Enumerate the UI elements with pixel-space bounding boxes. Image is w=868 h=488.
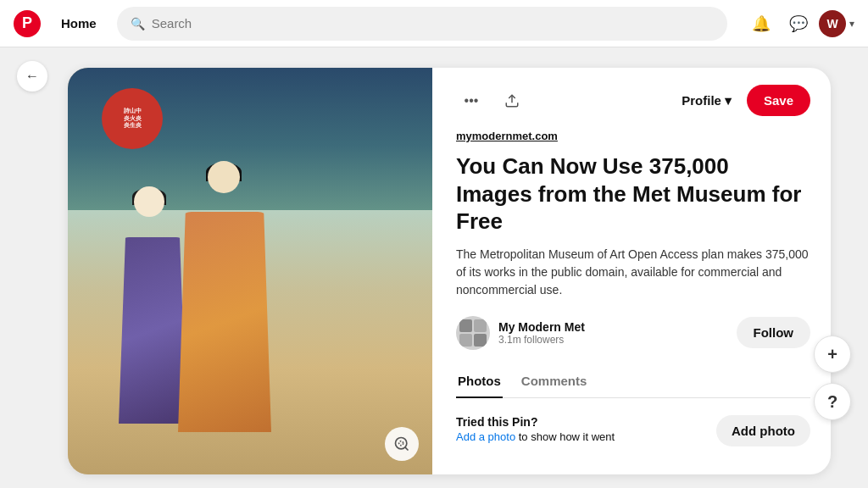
red-circle-emblem: 詩山中炎火炎炎生炎 (102, 88, 163, 149)
follow-button[interactable]: Follow (737, 317, 811, 348)
tried-section: Tried this Pin? Add a photo Add a photo … (456, 415, 810, 446)
user-avatar[interactable]: W (819, 10, 846, 37)
tab-photos[interactable]: Photos (456, 367, 503, 398)
svg-line-2 (405, 447, 409, 451)
nav-icons: 🔔 💬 W ▾ (744, 7, 854, 41)
profile-dropdown-button[interactable]: Profile ▾ (673, 88, 740, 114)
user-menu-chevron[interactable]: ▾ (849, 18, 854, 30)
figure1-head (134, 186, 164, 217)
floating-plus-button[interactable]: + (814, 336, 851, 373)
profile-label: Profile (682, 93, 721, 108)
search-icon: 🔍 (131, 17, 145, 30)
author-info: My Modern Met 3.1m followers (456, 316, 585, 350)
pin-title: You Can Now Use 375,000 Images from the … (456, 152, 810, 236)
svg-point-1 (399, 441, 403, 446)
pin-detail-panel: ••• Profile ▾ Save (432, 68, 831, 474)
floating-help-button[interactable]: ? (814, 383, 851, 420)
tried-subtext: Add a photo Add a photo to show how it w… (456, 430, 615, 443)
main-content: 詩山中炎火炎炎生炎 (0, 47, 868, 488)
floating-actions: + ? (814, 336, 851, 420)
messages-button[interactable]: 💬 (782, 7, 815, 41)
source-link[interactable]: mymodernmet.com (456, 130, 810, 142)
pin-description: The Metropolitan Museum of Art Open Acce… (456, 246, 810, 299)
author-followers: 3.1m followers (498, 334, 585, 346)
author-row: My Modern Met 3.1m followers Follow (456, 316, 810, 350)
figure2-kimono (178, 212, 271, 432)
svg-point-0 (396, 438, 407, 449)
figure2-head (208, 161, 240, 193)
add-photo-button[interactable]: Add photo (716, 415, 810, 446)
bell-icon: 🔔 (752, 14, 771, 33)
figure-2 (178, 169, 288, 432)
ellipsis-icon: ••• (465, 93, 479, 108)
pin-artwork: 詩山中炎火炎炎生炎 (68, 68, 432, 474)
home-button[interactable]: Home (51, 9, 107, 37)
author-details: My Modern Met 3.1m followers (498, 320, 585, 346)
save-button[interactable]: Save (747, 85, 810, 116)
author-avatar[interactable] (456, 316, 490, 350)
pin-card: 詩山中炎火炎炎生炎 (68, 68, 831, 474)
tabs-row: Photos Comments (456, 367, 810, 398)
search-bar[interactable]: 🔍 (117, 7, 727, 41)
notifications-button[interactable]: 🔔 (744, 7, 778, 41)
chat-icon: 💬 (789, 14, 808, 33)
tried-text-block: Tried this Pin? Add a photo Add a photo … (456, 415, 615, 443)
author-name: My Modern Met (498, 320, 585, 334)
pin-image-panel: 詩山中炎火炎炎生炎 (68, 68, 432, 474)
figure1-kimono (119, 237, 186, 424)
back-button[interactable]: ← (17, 61, 47, 92)
share-button[interactable] (497, 86, 527, 116)
detail-top-left: ••• (456, 86, 527, 116)
pinterest-logo[interactable]: P (14, 10, 41, 37)
upload-icon (504, 93, 520, 108)
chevron-down-icon: ▾ (725, 93, 732, 108)
navbar: P Home 🔍 🔔 💬 W ▾ (0, 0, 868, 47)
add-photo-link[interactable]: Add a photo (456, 430, 515, 443)
lens-search-button[interactable] (385, 427, 419, 461)
search-input[interactable] (152, 16, 714, 30)
tried-label: Tried this Pin? (456, 415, 615, 429)
detail-top-row: ••• Profile ▾ Save (456, 85, 810, 116)
tab-comments[interactable]: Comments (520, 367, 589, 398)
detail-top-right: Profile ▾ Save (673, 85, 810, 116)
more-options-button[interactable]: ••• (456, 86, 487, 116)
